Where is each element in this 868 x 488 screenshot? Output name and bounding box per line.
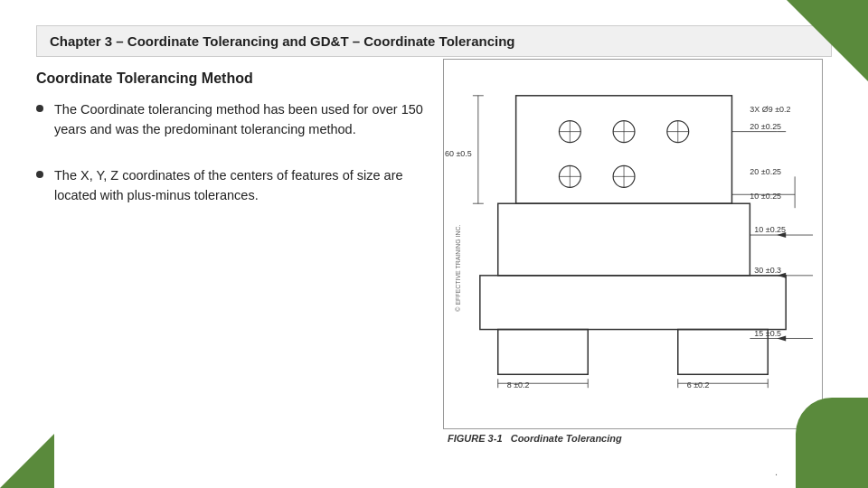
- svg-text:10 ±0.25: 10 ±0.25: [754, 225, 786, 234]
- figure-box: © EFFECTIVE TRAINING INC.: [443, 59, 823, 429]
- svg-text:20 ±0.25: 20 ±0.25: [750, 122, 781, 131]
- svg-text:60 ±0.5: 60 ±0.5: [445, 149, 472, 158]
- bullet-text-1: The Coordinate tolerancing method has be…: [54, 99, 425, 140]
- figure-area: © EFFECTIVE TRAINING INC.: [443, 59, 823, 447]
- bullets-area: The Coordinate tolerancing method has be…: [36, 99, 425, 231]
- svg-rect-0: [444, 60, 822, 428]
- figure-svg: © EFFECTIVE TRAINING INC.: [444, 60, 822, 428]
- section-title: Coordinate Tolerancing Method: [36, 70, 253, 87]
- bullet-item-1: The Coordinate tolerancing method has be…: [36, 99, 425, 140]
- corner-decoration-bottom-left: [0, 434, 54, 488]
- figure-label: FIGURE 3-1: [448, 433, 503, 444]
- svg-text:8 ±0.2: 8 ±0.2: [507, 380, 530, 389]
- svg-text:© EFFECTIVE TRAINING INC.: © EFFECTIVE TRAINING INC.: [455, 224, 461, 311]
- corner-decoration-bottom-right: [796, 398, 868, 488]
- svg-text:10 ±0.25: 10 ±0.25: [750, 192, 781, 201]
- svg-text:20 ±0.25: 20 ±0.25: [750, 167, 781, 176]
- page-number: .: [775, 466, 778, 477]
- bullet-dot-1: [36, 105, 43, 112]
- header-title: Chapter 3 – Coordinate Tolerancing and G…: [50, 33, 515, 49]
- bullet-item-2: The X, Y, Z coordinates of the centers o…: [36, 165, 425, 206]
- svg-text:15 ±0.5: 15 ±0.5: [754, 329, 781, 338]
- svg-text:6 ±0.2: 6 ±0.2: [687, 380, 710, 389]
- svg-text:3X Ø9 ±0.2: 3X Ø9 ±0.2: [750, 105, 790, 114]
- bullet-dot-2: [36, 171, 43, 178]
- figure-caption-text: Coordinate Tolerancing: [511, 433, 622, 444]
- svg-text:30 ±0.3: 30 ±0.3: [754, 266, 781, 275]
- corner-decoration-top-right: [787, 0, 868, 81]
- bullet-text-2: The X, Y, Z coordinates of the centers o…: [54, 165, 425, 206]
- figure-caption: FIGURE 3-1 Coordinate Tolerancing: [443, 433, 823, 444]
- slide-header: Chapter 3 – Coordinate Tolerancing and G…: [36, 25, 832, 57]
